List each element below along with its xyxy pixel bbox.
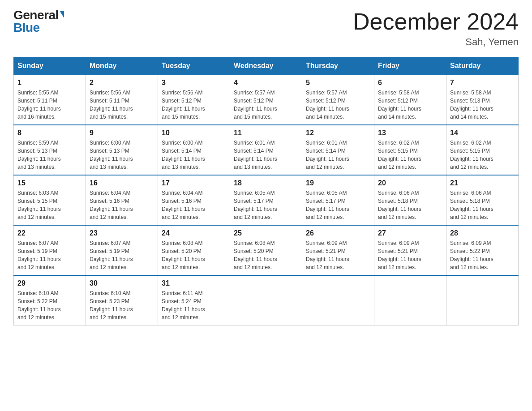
day-info: Sunrise: 6:07 AMSunset: 5:19 PMDaylight:… (17, 239, 82, 271)
day-info: Sunrise: 6:02 AMSunset: 5:15 PMDaylight:… (378, 139, 442, 171)
calendar-cell: 21Sunrise: 6:06 AMSunset: 5:18 PMDayligh… (446, 175, 519, 225)
calendar-subtitle: Sah, Yemen (353, 36, 519, 48)
logo-arrow-icon (60, 11, 64, 18)
day-number: 3 (162, 79, 226, 87)
day-number: 26 (306, 229, 370, 237)
day-number: 29 (17, 279, 82, 287)
calendar-cell: 3Sunrise: 5:56 AMSunset: 5:12 PMDaylight… (158, 75, 230, 125)
calendar-week-row: 1Sunrise: 5:55 AMSunset: 5:11 PMDaylight… (14, 75, 519, 125)
day-number: 16 (90, 179, 154, 187)
day-info: Sunrise: 6:10 AMSunset: 5:22 PMDaylight:… (17, 289, 82, 321)
day-number: 17 (162, 179, 226, 187)
calendar-title: December 2024 (353, 9, 519, 34)
day-number: 8 (17, 129, 82, 137)
day-number: 11 (234, 129, 298, 137)
day-number: 10 (162, 129, 226, 137)
day-info: Sunrise: 6:00 AMSunset: 5:14 PMDaylight:… (162, 139, 226, 171)
day-info: Sunrise: 5:59 AMSunset: 5:13 PMDaylight:… (17, 139, 82, 171)
day-number: 6 (378, 79, 442, 87)
calendar-cell (446, 275, 519, 325)
calendar-cell: 6Sunrise: 5:58 AMSunset: 5:12 PMDaylight… (374, 75, 446, 125)
calendar-cell: 13Sunrise: 6:02 AMSunset: 5:15 PMDayligh… (374, 125, 446, 175)
day-number: 15 (17, 179, 82, 187)
day-info: Sunrise: 6:09 AMSunset: 5:22 PMDaylight:… (450, 239, 515, 271)
calendar-cell: 10Sunrise: 6:00 AMSunset: 5:14 PMDayligh… (158, 125, 230, 175)
header-tuesday: Tuesday (158, 57, 230, 75)
calendar-cell: 22Sunrise: 6:07 AMSunset: 5:19 PMDayligh… (14, 225, 86, 275)
day-number: 7 (450, 79, 515, 87)
calendar-cell: 26Sunrise: 6:09 AMSunset: 5:21 PMDayligh… (302, 225, 374, 275)
calendar-cell (374, 275, 446, 325)
header-wednesday: Wednesday (230, 57, 302, 75)
day-number: 23 (90, 229, 154, 237)
day-info: Sunrise: 6:08 AMSunset: 5:20 PMDaylight:… (162, 239, 226, 271)
day-info: Sunrise: 6:01 AMSunset: 5:14 PMDaylight:… (234, 139, 298, 171)
day-info: Sunrise: 6:09 AMSunset: 5:21 PMDaylight:… (378, 239, 442, 271)
calendar-cell: 28Sunrise: 6:09 AMSunset: 5:22 PMDayligh… (446, 225, 519, 275)
calendar-table: SundayMondayTuesdayWednesdayThursdayFrid… (13, 57, 519, 325)
calendar-cell: 25Sunrise: 6:08 AMSunset: 5:20 PMDayligh… (230, 225, 302, 275)
day-info: Sunrise: 6:00 AMSunset: 5:13 PMDaylight:… (90, 139, 154, 171)
calendar-cell: 24Sunrise: 6:08 AMSunset: 5:20 PMDayligh… (158, 225, 230, 275)
calendar-cell: 18Sunrise: 6:05 AMSunset: 5:17 PMDayligh… (230, 175, 302, 225)
day-number: 4 (234, 79, 298, 87)
day-info: Sunrise: 6:03 AMSunset: 5:15 PMDaylight:… (17, 189, 82, 221)
day-info: Sunrise: 6:11 AMSunset: 5:24 PMDaylight:… (162, 289, 226, 321)
day-info: Sunrise: 6:04 AMSunset: 5:16 PMDaylight:… (162, 189, 226, 221)
calendar-cell: 31Sunrise: 6:11 AMSunset: 5:24 PMDayligh… (158, 275, 230, 325)
day-number: 13 (378, 129, 442, 137)
header-saturday: Saturday (446, 57, 519, 75)
day-number: 19 (306, 179, 370, 187)
logo-general: General (13, 9, 59, 21)
day-info: Sunrise: 6:02 AMSunset: 5:15 PMDaylight:… (450, 139, 515, 171)
calendar-week-row: 22Sunrise: 6:07 AMSunset: 5:19 PMDayligh… (14, 225, 519, 275)
day-info: Sunrise: 6:04 AMSunset: 5:16 PMDaylight:… (90, 189, 154, 221)
calendar-cell: 16Sunrise: 6:04 AMSunset: 5:16 PMDayligh… (86, 175, 158, 225)
day-info: Sunrise: 5:56 AMSunset: 5:11 PMDaylight:… (90, 89, 154, 121)
day-info: Sunrise: 5:57 AMSunset: 5:12 PMDaylight:… (234, 89, 298, 121)
day-info: Sunrise: 6:08 AMSunset: 5:20 PMDaylight:… (234, 239, 298, 271)
calendar-cell: 15Sunrise: 6:03 AMSunset: 5:15 PMDayligh… (14, 175, 86, 225)
day-number: 28 (450, 229, 515, 237)
calendar-cell: 11Sunrise: 6:01 AMSunset: 5:14 PMDayligh… (230, 125, 302, 175)
day-info: Sunrise: 5:58 AMSunset: 5:13 PMDaylight:… (450, 89, 515, 121)
calendar-cell: 17Sunrise: 6:04 AMSunset: 5:16 PMDayligh… (158, 175, 230, 225)
calendar-cell: 20Sunrise: 6:06 AMSunset: 5:18 PMDayligh… (374, 175, 446, 225)
calendar-cell: 14Sunrise: 6:02 AMSunset: 5:15 PMDayligh… (446, 125, 519, 175)
title-area: December 2024 Sah, Yemen (353, 9, 519, 48)
calendar-cell: 19Sunrise: 6:05 AMSunset: 5:17 PMDayligh… (302, 175, 374, 225)
day-info: Sunrise: 6:05 AMSunset: 5:17 PMDaylight:… (306, 189, 370, 221)
day-number: 9 (90, 129, 154, 137)
day-info: Sunrise: 5:55 AMSunset: 5:11 PMDaylight:… (17, 89, 82, 121)
calendar-header-row: SundayMondayTuesdayWednesdayThursdayFrid… (14, 57, 519, 75)
calendar-cell: 9Sunrise: 6:00 AMSunset: 5:13 PMDaylight… (86, 125, 158, 175)
logo: General Blue (13, 9, 64, 34)
page-header: General Blue December 2024 Sah, Yemen (13, 9, 519, 48)
day-info: Sunrise: 5:58 AMSunset: 5:12 PMDaylight:… (378, 89, 442, 121)
day-number: 24 (162, 229, 226, 237)
logo-blue: Blue (13, 21, 40, 34)
calendar-week-row: 8Sunrise: 5:59 AMSunset: 5:13 PMDaylight… (14, 125, 519, 175)
day-info: Sunrise: 5:57 AMSunset: 5:12 PMDaylight:… (306, 89, 370, 121)
day-number: 1 (17, 79, 82, 87)
day-info: Sunrise: 6:07 AMSunset: 5:19 PMDaylight:… (90, 239, 154, 271)
day-info: Sunrise: 6:01 AMSunset: 5:14 PMDaylight:… (306, 139, 370, 171)
day-number: 18 (234, 179, 298, 187)
calendar-week-row: 29Sunrise: 6:10 AMSunset: 5:22 PMDayligh… (14, 275, 519, 325)
calendar-cell: 7Sunrise: 5:58 AMSunset: 5:13 PMDaylight… (446, 75, 519, 125)
calendar-cell: 12Sunrise: 6:01 AMSunset: 5:14 PMDayligh… (302, 125, 374, 175)
calendar-cell (230, 275, 302, 325)
day-number: 12 (306, 129, 370, 137)
day-number: 31 (162, 279, 226, 287)
calendar-cell: 29Sunrise: 6:10 AMSunset: 5:22 PMDayligh… (14, 275, 86, 325)
header-thursday: Thursday (302, 57, 374, 75)
day-number: 5 (306, 79, 370, 87)
day-info: Sunrise: 5:56 AMSunset: 5:12 PMDaylight:… (162, 89, 226, 121)
day-number: 14 (450, 129, 515, 137)
day-info: Sunrise: 6:06 AMSunset: 5:18 PMDaylight:… (378, 189, 442, 221)
day-number: 22 (17, 229, 82, 237)
calendar-cell (302, 275, 374, 325)
day-number: 21 (450, 179, 515, 187)
header-monday: Monday (86, 57, 158, 75)
day-number: 27 (378, 229, 442, 237)
